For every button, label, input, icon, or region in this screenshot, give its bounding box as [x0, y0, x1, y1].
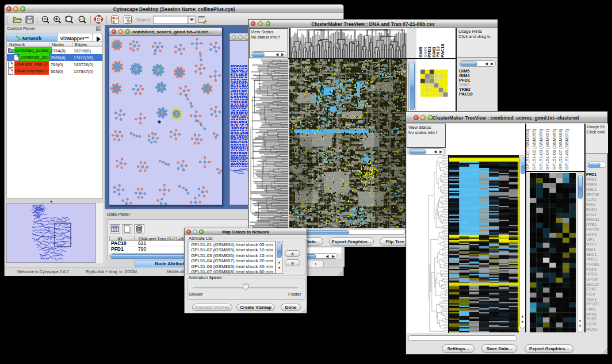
svg-text:GPL51-06 (GSM865): GPL51-06 (GSM865) — [552, 129, 557, 170]
svg-text:Search:: Search: — [136, 17, 151, 22]
svg-text:GPL51-01 (GSM854): GPL51-01 (GSM854) — [526, 129, 530, 170]
svg-text:GPL51-02 (GSM855): GPL51-02 (GSM855) — [531, 129, 537, 170]
svg-text:GPL51-03 (GSM856): GPL51-03 (GSM856) — [538, 129, 544, 170]
svg-text:GPL51-07 (GSM868): GPL51-07 (GSM868) — [558, 129, 563, 170]
svg-text:1:1: 1:1 — [79, 17, 84, 21]
svg-text:GPL51-08 (GSM872): GPL51-08 (GSM872) — [564, 129, 569, 170]
svg-text:PAC10: PAC10 — [440, 44, 445, 58]
svg-text:GPL51-04 (GSM857): GPL51-04 (GSM857) — [545, 129, 550, 170]
